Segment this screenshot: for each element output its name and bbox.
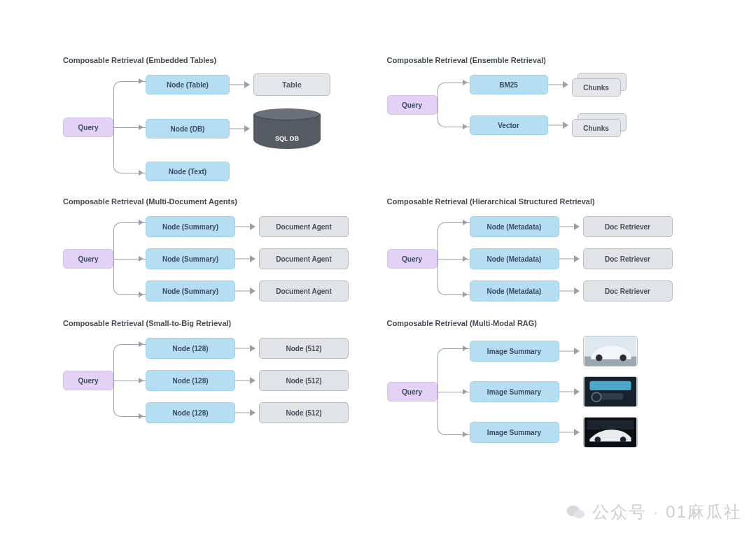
db-label: SQL DB [253,135,321,142]
node-image-summary: Image Summary [470,422,559,443]
arrow-icon [559,286,583,296]
svg-point-7 [592,392,601,401]
document-agent: Document Agent [259,248,349,269]
arrow-icon [559,222,583,232]
arrow-icon [559,346,583,356]
branch-connector [438,334,470,449]
sql-db-cylinder: SQL DB [253,108,321,149]
node-table: Node (Table) [146,75,230,94]
panel-title: Composable Retrieval (Small-to-Big Retri… [63,319,370,327]
panel-title: Composable Retrieval (Hierarchical Struc… [387,197,694,206]
node-128: Node (128) [146,402,235,423]
node-summary: Node (Summary) [146,216,235,237]
wechat-icon [566,504,585,520]
arrow-icon [548,120,572,130]
panel-ensemble: Composable Retrieval (Ensemble Retrieval… [387,56,694,183]
node-bm25: BM25 [470,75,548,94]
watermark: 公众号 · 01麻瓜社 [566,501,742,523]
node-image-summary: Image Summary [470,341,559,362]
image-thumbnail [583,336,638,367]
query-box: Query [387,382,438,401]
arrow-icon [235,376,259,385]
document-agent: Document Agent [259,280,349,301]
doc-retriever: Doc Retriever [583,280,673,301]
arrow-icon [559,254,583,264]
svg-point-10 [594,436,601,443]
chunk-label: Chunks [572,78,621,97]
branch-connector [113,334,146,427]
car-showroom-icon [584,418,637,447]
arrow-icon [235,286,259,296]
node-512: Node (512) [259,338,349,359]
chunks-stack: Chunks [572,113,626,137]
diagram-grid: Composable Retrieval (Embedded Tables) Q… [0,0,756,491]
table-output: Table [253,73,330,96]
car-interior-icon [584,377,637,406]
arrow-icon [548,80,572,90]
watermark-name: 01麻瓜社 [666,501,742,523]
watermark-prefix: 公众号 [592,501,647,523]
panel-title: Composable Retrieval (Ensemble Retrieval… [387,56,694,64]
branch-connector [438,71,470,138]
panel-title: Composable Retrieval (Embedded Tables) [63,56,370,64]
panel-multimodal-rag: Composable Retrieval (Multi-Modal RAG) Q… [387,319,694,449]
node-db: Node (DB) [146,119,230,138]
node-512: Node (512) [259,370,349,391]
svg-rect-5 [589,381,631,390]
arrow-icon [235,343,259,353]
panel-title: Composable Retrieval (Multi-Document Age… [63,197,370,206]
panel-small-to-big: Composable Retrieval (Small-to-Big Retri… [63,319,370,449]
panel-multi-doc-agents: Composable Retrieval (Multi-Document Age… [63,197,370,305]
car-exterior-icon [584,336,637,366]
branch-connector [113,71,146,183]
node-summary: Node (Summary) [146,248,235,269]
doc-retriever: Doc Retriever [583,248,673,269]
node-metadata: Node (Metadata) [470,216,559,237]
node-image-summary: Image Summary [470,381,559,402]
image-thumbnail [583,376,638,407]
query-box: Query [387,95,438,115]
arrow-icon [230,124,253,134]
node-512: Node (512) [259,402,349,423]
query-box: Query [63,118,113,137]
arrow-icon [235,408,259,418]
query-box: Query [63,371,113,390]
node-metadata: Node (Metadata) [470,248,559,269]
panel-title: Composable Retrieval (Multi-Modal RAG) [387,319,694,327]
arrow-icon [235,254,259,264]
node-128: Node (128) [146,338,235,359]
panel-embedded-tables: Composable Retrieval (Embedded Tables) Q… [63,56,370,183]
svg-point-11 [620,436,626,443]
svg-rect-9 [587,420,634,429]
node-text: Node (Text) [146,162,230,181]
watermark-sep: · [654,504,659,520]
branch-connector [438,213,470,305]
chunks-stack: Chunks [572,73,626,97]
chunk-label: Chunks [572,119,621,137]
document-agent: Document Agent [259,216,349,237]
arrow-icon [559,427,583,437]
panel-hierarchical: Composable Retrieval (Hierarchical Struc… [387,197,694,305]
arrow-icon [235,222,259,232]
node-summary: Node (Summary) [146,280,235,301]
svg-point-13 [573,510,584,518]
branch-connector [113,213,146,305]
query-box: Query [387,249,438,269]
doc-retriever: Doc Retriever [583,216,673,237]
svg-point-2 [596,355,603,362]
node-metadata: Node (Metadata) [470,280,559,301]
svg-point-3 [620,355,626,362]
image-thumbnail [583,417,638,448]
query-box: Query [63,249,113,269]
arrow-icon [230,80,253,90]
node-128: Node (128) [146,370,235,391]
node-vector: Vector [470,115,548,135]
arrow-icon [559,387,583,397]
